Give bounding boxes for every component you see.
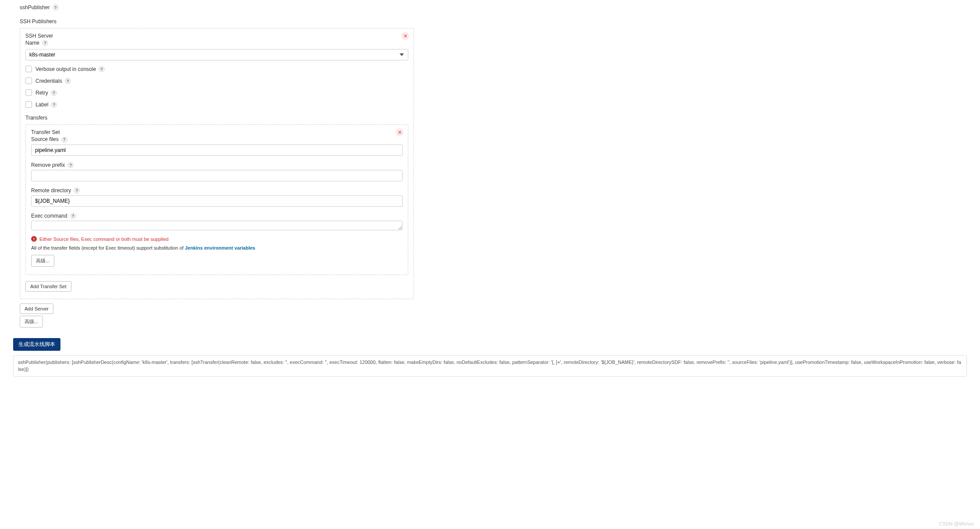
ssh-server-name-select[interactable]: k8s-master [25,49,408,60]
verbose-checkbox[interactable] [25,66,32,72]
help-icon[interactable]: ? [42,40,48,46]
exec-command-input[interactable] [31,221,403,230]
remove-prefix-label: Remove prefix [31,162,65,168]
exec-command-label: Exec command [31,213,67,219]
ssh-server-label: SSH Server [25,33,408,40]
help-icon[interactable]: ? [65,78,71,84]
retry-checkbox[interactable] [25,89,32,96]
transfers-section-label: Transfers [25,115,408,121]
help-icon[interactable]: ? [53,4,59,11]
label-checkbox[interactable] [25,101,32,108]
error-row: ! Either Source files, Exec command or b… [31,236,403,242]
help-icon[interactable]: ? [67,162,74,168]
remote-directory-input[interactable] [31,195,403,207]
credentials-label: Credentials ? [35,78,71,84]
transfer-set-label: Transfer Set [31,129,403,136]
source-files-label: Source files [31,136,59,143]
verbose-label: Verbose output in console ? [35,66,105,72]
outer-advanced-button[interactable]: 高级... [20,316,43,328]
ssh-publishers-section-label: SSH Publishers [20,18,414,25]
remove-prefix-input[interactable] [31,170,403,181]
add-transfer-set-button[interactable]: Add Transfer Set [25,281,71,292]
ssh-server-name-label: Name [25,40,39,47]
help-icon[interactable]: ? [61,137,67,143]
ssh-publisher-label: sshPublisher ? [20,4,414,11]
credentials-checkbox[interactable] [25,78,32,84]
help-icon[interactable]: ? [70,213,76,219]
generate-pipeline-script-button[interactable]: 生成流水线脚本 [13,338,60,351]
ssh-publisher-text: sshPublisher [20,4,50,11]
help-icon[interactable]: ? [74,187,80,194]
add-server-button[interactable]: Add Server [20,303,53,314]
pipeline-script-output: sshPublisher(publishers: [sshPublisherDe… [13,355,967,377]
error-text: Either Source files, Exec command or bot… [39,236,169,242]
help-icon[interactable]: ? [51,102,57,108]
remote-directory-label: Remote directory [31,187,71,194]
hint-text: All of the transfer fields (except for E… [31,245,403,250]
remove-ssh-server-button[interactable]: ✕ [401,32,409,40]
help-icon[interactable]: ? [99,66,105,72]
retry-label: Retry ? [35,90,57,96]
label-label: Label ? [35,102,57,108]
source-files-input[interactable] [31,145,403,156]
transfer-set-panel: ✕ Transfer Set Source files ? Remove pre… [25,124,408,275]
error-icon: ! [31,236,37,242]
help-icon[interactable]: ? [51,90,57,96]
ssh-server-panel: ✕ SSH Server Name ? k8s-master Verbose o… [20,28,414,299]
transfer-advanced-button[interactable]: 高级... [31,255,54,267]
jenkins-env-vars-link[interactable]: Jenkins environment variables [185,245,255,250]
